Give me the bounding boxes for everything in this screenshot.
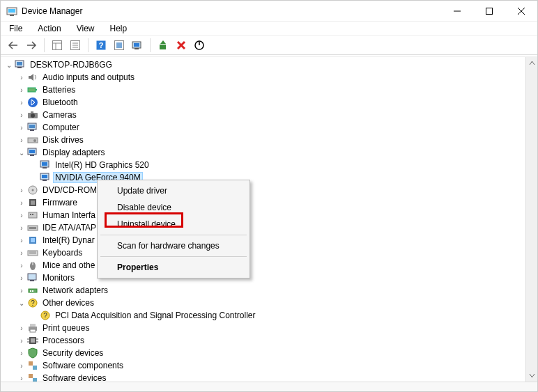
expand-icon[interactable]: › bbox=[16, 350, 27, 357]
tree-item-mice[interactable]: ›Mice and othe bbox=[1, 259, 525, 272]
statusbar bbox=[1, 382, 537, 391]
collapse-icon[interactable]: ⌄ bbox=[16, 149, 27, 157]
tree-item-firmware[interactable]: ›Firmware bbox=[1, 196, 525, 209]
tree-item-dvd[interactable]: ›DVD/CD-ROM bbox=[1, 184, 525, 196]
expand-icon[interactable]: › bbox=[16, 212, 27, 219]
tree-item-software-components[interactable]: ›Software components bbox=[1, 359, 525, 372]
scroll-down-button[interactable] bbox=[526, 370, 537, 382]
expand-icon[interactable]: › bbox=[16, 262, 27, 269]
svg-rect-35 bbox=[29, 125, 35, 128]
vertical-scrollbar[interactable] bbox=[525, 57, 537, 382]
maximize-button[interactable] bbox=[473, 1, 505, 22]
ctx-scan-hardware[interactable]: Scan for hardware changes bbox=[99, 237, 248, 254]
menu-action[interactable]: Action bbox=[35, 23, 63, 34]
tree-item-ide[interactable]: ›IDE ATA/ATAP bbox=[1, 221, 525, 234]
expand-icon[interactable]: › bbox=[16, 111, 27, 119]
tree-item-disk-drives[interactable]: ›Disk drives bbox=[1, 134, 525, 146]
svg-rect-28 bbox=[28, 88, 36, 92]
cpu-icon bbox=[27, 335, 38, 346]
tree-item-monitors[interactable]: ›Monitors bbox=[1, 272, 525, 284]
tree-child-nvidia-selected[interactable]: NVIDIA GeForce 940M bbox=[1, 171, 525, 184]
expand-icon[interactable]: › bbox=[16, 74, 27, 81]
expand-icon[interactable]: › bbox=[16, 337, 27, 345]
scroll-track[interactable] bbox=[526, 69, 537, 370]
window-title: Device Manager bbox=[22, 6, 82, 16]
tree-child-intel-hd[interactable]: Intel(R) HD Graphics 520 bbox=[1, 159, 525, 171]
tree-child-pci-data[interactable]: ?PCI Data Acquisition and Signal Process… bbox=[1, 309, 525, 322]
svg-rect-53 bbox=[30, 214, 31, 215]
scroll-up-button[interactable] bbox=[526, 57, 537, 69]
expand-icon[interactable]: › bbox=[16, 362, 27, 370]
ctx-properties[interactable]: Properties bbox=[99, 259, 248, 276]
svg-rect-83 bbox=[33, 366, 37, 370]
toolbar-icon-a[interactable] bbox=[111, 38, 128, 53]
ctx-uninstall-device[interactable]: Uninstall device bbox=[99, 216, 248, 233]
back-button[interactable] bbox=[5, 38, 22, 53]
tree-item-hid[interactable]: ›Human Interfa bbox=[1, 209, 525, 221]
svg-rect-2 bbox=[10, 15, 14, 16]
ctx-update-driver[interactable]: Update driver bbox=[99, 182, 248, 199]
svg-point-38 bbox=[33, 139, 36, 142]
expand-icon[interactable]: › bbox=[16, 136, 27, 144]
tree-item-processors[interactable]: ›Processors bbox=[1, 334, 525, 347]
svg-rect-40 bbox=[29, 150, 35, 153]
menu-help[interactable]: Help bbox=[107, 23, 130, 34]
forward-button[interactable] bbox=[23, 38, 40, 53]
svg-rect-17 bbox=[116, 42, 122, 48]
tree-item-display-adapters[interactable]: ⌄Display adapters bbox=[1, 146, 525, 159]
svg-rect-26 bbox=[17, 62, 22, 65]
component-icon bbox=[27, 373, 38, 382]
expand-icon[interactable]: › bbox=[16, 187, 27, 194]
collapse-icon[interactable]: ⌄ bbox=[3, 61, 15, 69]
tree-item-print-queues[interactable]: ›Print queues bbox=[1, 322, 525, 334]
uninstall-icon[interactable] bbox=[173, 38, 190, 53]
expand-icon[interactable]: › bbox=[16, 124, 27, 132]
expand-icon[interactable]: › bbox=[16, 324, 27, 332]
expand-icon[interactable]: › bbox=[16, 99, 27, 107]
expand-icon[interactable]: › bbox=[16, 224, 27, 232]
show-hide-console-tree-icon[interactable] bbox=[49, 38, 66, 53]
tree-item-keyboards[interactable]: ›Keyboards bbox=[1, 246, 525, 259]
hid-icon bbox=[27, 210, 38, 221]
svg-rect-46 bbox=[42, 175, 47, 178]
svg-rect-58 bbox=[31, 238, 35, 242]
tree-item-network[interactable]: ›Network adapters bbox=[1, 284, 525, 297]
help-icon[interactable]: ? bbox=[93, 38, 109, 53]
svg-rect-82 bbox=[29, 361, 33, 366]
svg-rect-36 bbox=[30, 130, 34, 131]
tree-item-other-devices[interactable]: ⌄?Other devices bbox=[1, 297, 525, 309]
update-driver-icon[interactable] bbox=[155, 38, 171, 53]
device-tree[interactable]: ⌄ DESKTOP-RDJB6GG ›Audio inputs and outp… bbox=[1, 57, 525, 382]
menu-file[interactable]: File bbox=[6, 23, 25, 34]
context-menu: Update driver Disable device Uninstall d… bbox=[97, 180, 250, 279]
svg-rect-75 bbox=[30, 329, 36, 332]
tree-item-cameras[interactable]: ›Cameras bbox=[1, 109, 525, 121]
svg-text:?: ? bbox=[31, 299, 35, 307]
menu-view[interactable]: View bbox=[74, 23, 98, 34]
svg-rect-64 bbox=[28, 274, 36, 280]
expand-icon[interactable]: › bbox=[16, 86, 27, 94]
tree-item-intel-dynamic[interactable]: ›Intel(R) Dynar bbox=[1, 234, 525, 246]
close-button[interactable] bbox=[505, 1, 537, 22]
svg-rect-33 bbox=[31, 111, 33, 113]
expand-icon[interactable]: › bbox=[16, 287, 27, 295]
tree-item-bluetooth[interactable]: ›Bluetooth bbox=[1, 96, 525, 109]
expand-icon[interactable]: › bbox=[16, 274, 27, 282]
scan-hardware-icon[interactable] bbox=[129, 38, 146, 53]
disable-icon[interactable] bbox=[191, 38, 208, 53]
minimize-button[interactable] bbox=[441, 1, 473, 22]
tree-item-software-devices[interactable]: ›Software devices bbox=[1, 372, 525, 382]
svg-point-32 bbox=[31, 113, 35, 118]
expand-icon[interactable]: › bbox=[16, 249, 27, 257]
properties-icon[interactable] bbox=[67, 38, 84, 53]
tree-item-security[interactable]: ›Security devices bbox=[1, 347, 525, 359]
tree-item-batteries[interactable]: ›Batteries bbox=[1, 84, 525, 96]
expand-icon[interactable]: › bbox=[16, 375, 27, 382]
expand-icon[interactable]: › bbox=[16, 237, 27, 244]
expand-icon[interactable]: › bbox=[16, 199, 27, 207]
tree-root[interactable]: ⌄ DESKTOP-RDJB6GG bbox=[1, 58, 525, 71]
tree-item-audio[interactable]: ›Audio inputs and outputs bbox=[1, 71, 525, 84]
collapse-icon[interactable]: ⌄ bbox=[16, 299, 27, 307]
ctx-disable-device[interactable]: Disable device bbox=[99, 199, 248, 216]
tree-item-computer[interactable]: ›Computer bbox=[1, 121, 525, 134]
